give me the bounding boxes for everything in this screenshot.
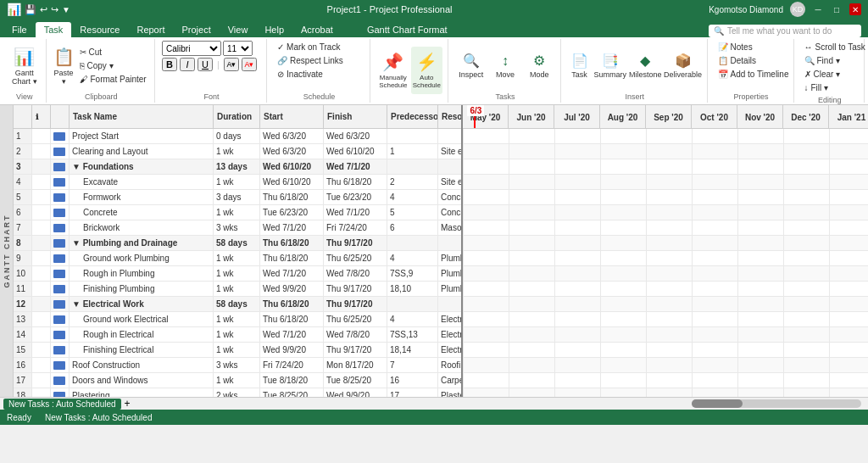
minimize-button[interactable]: ─ [812,3,824,15]
task-row[interactable]: 11Finishing Plumbing1 wkWed 9/9/20Thu 9/… [14,282,461,297]
tab-project[interactable]: Project [173,22,219,37]
clear-button[interactable]: ✗ Clear ▾ [801,68,844,81]
task-finish: Wed 7/1/20 [324,159,387,174]
task-row[interactable]: 17Doors and Windows1 wkTue 8/18/20Tue 8/… [14,373,461,388]
font-family-select[interactable]: Calibri [162,41,221,56]
italic-button[interactable]: I [180,58,195,71]
bold-button[interactable]: B [162,58,177,71]
tasks-group-label: Tasks [455,92,555,101]
tab-view[interactable]: View [220,22,257,37]
deliverable-button[interactable]: 📦 Deliverable [665,42,702,90]
header-duration[interactable]: Duration [214,105,260,128]
gantt-row [463,236,868,251]
view-group-label: View [8,92,41,101]
row-info [32,190,51,204]
tab-gantt-format[interactable]: Gantt Chart Format [359,22,456,37]
gantt-row: Plumbing contractor [463,251,868,266]
background-color-button[interactable]: A▾ [224,58,239,71]
move-button[interactable]: ↕ Move [489,42,520,90]
clipboard-group-label: Clipboard [53,92,150,101]
auto-schedule-button[interactable]: ⚡ AutoSchedule [411,47,443,94]
search-box[interactable]: 🔍 Tell me what you want to do [709,25,861,37]
task-row[interactable]: 16Roof Construction3 wksFri 7/24/20Mon 8… [14,358,461,373]
underline-button[interactable]: U [198,58,213,71]
restore-button[interactable]: □ [831,3,843,15]
properties-group-label: Properties [715,92,788,101]
task-resource: Site excav... [438,144,461,159]
task-row[interactable]: 14Rough in Electrical1 wkWed 7/1/20Wed 7… [14,327,461,343]
task-row[interactable]: 8▼ Plumbing and Drainage58 daysThu 6/18/… [14,236,461,251]
row-info [32,144,51,159]
notes-button[interactable]: 📝 Notes [715,41,756,53]
task-resource: Electric co... [438,312,461,326]
header-resource[interactable]: Resource N... [438,105,463,128]
task-row[interactable]: 12▼ Electrical Work58 daysThu 6/18/20Thu… [14,297,461,312]
scroll-area[interactable]: New Tasks : Auto Scheduled + [0,397,868,410]
copy-button[interactable]: ⎘ Copy ▾ [76,59,150,72]
milestone-button[interactable]: ◆ Milestone [629,42,662,90]
find-button[interactable]: 🔍 Find ▾ [801,54,843,67]
manual-icon: 📌 [382,52,403,72]
task-table: ℹ Task Name Duration Start Finish Predec… [14,105,463,397]
task-row[interactable]: 6Concrete1 wkTue 6/23/20Wed 7/1/205Concr… [14,205,461,220]
scroll-to-task-button[interactable]: ↔ Scroll to Task [801,41,868,53]
mark-on-track-button[interactable]: ✓ Mark on Track [274,41,343,53]
task-start: Thu 6/18/20 [260,190,324,204]
quick-save[interactable]: 💾 [25,4,36,15]
close-button[interactable]: ✕ [849,3,861,15]
add-sheet-button[interactable]: + [125,398,131,410]
task-row[interactable]: 1Project Start0 daysWed 6/3/20Wed 6/3/20 [14,129,461,144]
manually-schedule-button[interactable]: 📌 ManuallySchedule [377,47,409,94]
header-finish[interactable]: Finish [324,105,387,128]
task-row[interactable]: 5Formwork3 daysThu 6/18/20Tue 6/23/204Co… [14,190,461,205]
task-row[interactable]: 13Ground work Electrical1 wkThu 6/18/20T… [14,312,461,327]
header-task-name[interactable]: Task Name [70,105,214,128]
header-start[interactable]: Start [260,105,324,128]
task-row[interactable]: 15Finishing Electrical1 wkWed 9/9/20Thu … [14,343,461,358]
add-to-timeline-button[interactable]: 📅 Add to Timeline [715,68,793,81]
milestone-icon: ◆ [640,53,650,69]
tab-help[interactable]: Help [256,22,292,37]
task-start: Wed 6/10/20 [260,159,324,174]
summary-button[interactable]: 📑 Summary [593,42,626,90]
cut-button[interactable]: ✂ Cut [76,46,150,59]
sheet-tab[interactable]: New Tasks : Auto Scheduled [3,399,121,410]
font-divider: | [217,59,220,70]
task-row[interactable]: 7Brickwork3 wksWed 7/1/20Fri 7/24/206Mas… [14,220,461,236]
respect-links-button[interactable]: 🔗 Respect Links [274,54,347,67]
tab-file[interactable]: File [3,22,36,37]
customize-qat[interactable]: ▼ [62,5,70,14]
tab-report[interactable]: Report [128,22,173,37]
row-number: 2 [14,144,32,159]
details-button[interactable]: 📋 Details [715,54,760,67]
quick-redo[interactable]: ↪ [51,4,58,15]
task-row[interactable]: 4Excavate1 wkWed 6/10/20Thu 6/18/202Site… [14,175,461,190]
tab-task[interactable]: Task [36,22,72,37]
fill-button[interactable]: ↓ Fill ▾ [801,81,832,94]
paste-button[interactable]: 📋 Paste ▾ [53,42,75,90]
insert-group-label: Insert [568,92,702,101]
quick-undo[interactable]: ↩ [40,4,47,15]
gantt-chart-button[interactable]: 📊 GanttChart ▾ [8,42,41,90]
task-row[interactable]: 3▼ Foundations13 daysWed 6/10/20Wed 7/1/… [14,159,461,175]
task-row[interactable]: 10Rough in Plumbing1 wkWed 7/1/20Wed 7/8… [14,266,461,282]
task-row[interactable]: 2Clearing and Layout1 wkWed 6/3/20Wed 6/… [14,144,461,159]
mode-button[interactable]: ⚙ Mode [524,42,555,90]
header-predecessors[interactable]: Predecessors [387,105,438,128]
tab-resource[interactable]: Resource [71,22,128,37]
task-name: Finishing Plumbing [70,282,214,296]
format-painter-button[interactable]: 🖌 Format Painter [76,73,150,86]
task-row[interactable]: 18Plastering2 wksTue 8/25/20Wed 9/9/2017… [14,388,461,397]
font-size-select[interactable]: 11 [223,41,253,56]
task-button[interactable]: 📄 Task [568,42,592,90]
task-name: Brickwork [70,220,214,235]
header-mode[interactable]: ℹ [32,105,51,128]
header-icon [51,105,70,128]
inspect-button[interactable]: 🔍 Inspect [455,42,487,90]
task-finish: Thu 9/17/20 [324,282,387,296]
inactivate-button[interactable]: ⊘ Inactivate [274,68,326,81]
tab-acrobat[interactable]: Acrobat [292,22,342,37]
task-finish: Thu 6/25/20 [324,251,387,265]
task-row[interactable]: 9Ground work Plumbing1 wkThu 6/18/20Thu … [14,251,461,266]
font-color-button[interactable]: A▾ [242,58,257,71]
